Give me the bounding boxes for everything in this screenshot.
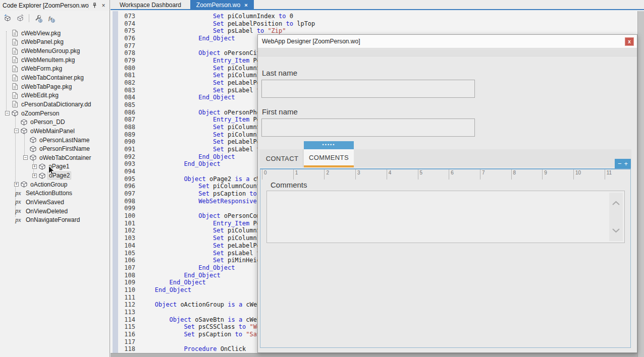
document-icon <box>11 74 19 81</box>
editor-horizontal-scrollbar[interactable] <box>111 353 637 357</box>
editor-vertical-scrollbar[interactable] <box>637 11 644 357</box>
tree-item-oActionGroup[interactable]: +oActionGroup <box>0 180 110 189</box>
chevron-up-icon[interactable] <box>612 199 620 208</box>
designer-close-button[interactable]: x <box>625 37 634 46</box>
designer-titlebar[interactable]: WebApp Designer [ZoomPerson.wo] x <box>258 35 637 48</box>
comments-label: Comments <box>271 181 307 189</box>
tree-indent <box>4 56 11 63</box>
line-number: 112 <box>111 301 135 309</box>
code-explorer-tree[interactable]: cWebView.pkgcWebPanel.pkgcWebMenuGroup.p… <box>0 26 110 357</box>
line-number: 080 <box>111 65 135 72</box>
designer-tab-strip: CONTACT COMMENTS <box>259 149 631 167</box>
tree-item-oWebTabContainer[interactable]: −oWebTabContainer <box>0 153 110 162</box>
tab-page-canvas[interactable]: 01234567891011 Comments <box>260 168 631 348</box>
procedure-px-icon: px <box>13 207 23 215</box>
tab-close-icon[interactable]: × <box>244 2 247 8</box>
tree-item-label: oWebTabContainer <box>38 154 92 161</box>
code-explorer-title: Code Explorer [ZoomPerson.wo] <box>3 2 89 9</box>
chevron-down-icon[interactable] <box>612 226 620 235</box>
code-text <box>135 338 140 346</box>
textarea-scrollbar[interactable] <box>609 193 623 241</box>
code-text: Set psCSSClass to "We <box>135 323 260 331</box>
tab-drag-handle[interactable]: ••••• <box>304 141 354 150</box>
tree-item-oPersonLastName[interactable]: oPersonLastName <box>0 136 110 145</box>
ruler-tick-number: 0 <box>264 170 267 175</box>
tree-item-oPerson_DD[interactable]: oPerson_DD <box>0 117 110 127</box>
expander-minus-icon[interactable]: − <box>23 155 28 160</box>
code-text: Procedure OnClick <box>135 345 246 353</box>
ruler-tick-line <box>355 169 356 180</box>
ruler-tick-line <box>605 169 605 180</box>
tree-item-cWebMenuGroup.pkg[interactable]: cWebMenuGroup.pkg <box>0 46 110 55</box>
line-number: 103 <box>111 234 135 242</box>
code-text: End_Object <box>135 286 191 294</box>
tree-item-label: cWebPanel.pkg <box>20 38 65 45</box>
tree-item-oZoomPerson[interactable]: −oZoomPerson <box>0 109 110 118</box>
web-property-tool-icon[interactable] <box>32 13 43 24</box>
firstname-input[interactable] <box>261 118 475 137</box>
add-column-button[interactable]: + <box>624 160 628 167</box>
tree-item-cWebForm.pkg[interactable]: cWebForm.pkg <box>0 65 110 74</box>
document-icon <box>11 30 19 37</box>
tree-item-cWebEdit.pkg[interactable]: cWebEdit.pkg <box>0 91 110 100</box>
tree-indent <box>4 101 11 107</box>
tree-item-cWebPanel.pkg[interactable]: cWebPanel.pkg <box>0 38 110 47</box>
object-cube-icon <box>20 118 28 126</box>
document-icon <box>11 83 19 90</box>
tree-item-oPersonFirstName[interactable]: oPersonFirstName <box>0 144 110 153</box>
line-number: 110 <box>111 286 135 294</box>
line-number: 105 <box>111 250 135 257</box>
toolbar-separator <box>29 14 29 22</box>
object-cube-icon <box>29 137 37 144</box>
tab-workspace-dashboard[interactable]: Workspace Dashboard <box>111 0 190 10</box>
tree-item-cWebTabPage.pkg[interactable]: cWebTabPage.pkg <box>0 82 110 91</box>
tab-zoomperson-wo[interactable]: ZoomPerson.wo × <box>190 0 254 10</box>
line-number: 083 <box>111 87 135 94</box>
expander-plus-icon[interactable]: + <box>32 164 37 169</box>
tree-item-cWebTabContainer.pkg[interactable]: cWebTabContainer.pkg <box>0 73 110 82</box>
sync-code-to-designer-icon[interactable] <box>2 13 13 24</box>
tree-item-oWebMainPanel[interactable]: −oWebMainPanel <box>0 127 110 136</box>
ruler-tick-line <box>262 169 262 180</box>
expander-minus-icon[interactable]: − <box>14 129 19 133</box>
line-number: 086 <box>111 109 135 116</box>
tree-item-cWebMenuItem.pkg[interactable]: cWebMenuItem.pkg <box>0 55 110 65</box>
tree-item-OnViewSaved[interactable]: pxOnViewSaved <box>0 198 110 207</box>
expander-plus-icon[interactable]: + <box>32 173 37 178</box>
expander-minus-icon[interactable]: − <box>5 111 10 115</box>
tree-item-cPersonDataDictionary.dd[interactable]: cPersonDataDictionary.dd <box>0 100 110 109</box>
close-icon[interactable]: × <box>100 2 107 9</box>
tree-item-label: cWebView.pkg <box>20 30 62 37</box>
lastname-input[interactable] <box>261 80 475 98</box>
pin-icon[interactable] <box>91 2 98 9</box>
code-text: Set piColumnI <box>135 234 260 242</box>
code-text <box>135 42 140 50</box>
tree-item-OnViewDeleted[interactable]: pxOnViewDeleted <box>0 207 110 216</box>
tree-item-OnNavigateForward[interactable]: pxOnNavigateForward <box>0 215 110 224</box>
tree-indent <box>4 66 11 72</box>
code-line: 074Set peLabelPosition to lpTop <box>111 20 637 28</box>
sync-designer-to-code-icon[interactable] <box>15 13 26 24</box>
remove-column-button[interactable]: − <box>618 160 622 167</box>
comments-textarea[interactable] <box>266 191 625 243</box>
code-text: Object oActionGroup is a cWeb <box>135 301 260 309</box>
ruler-tick-number: 3 <box>357 170 360 175</box>
code-text: Set piColumnS <box>135 227 260 234</box>
tree-item-label: oWebMainPanel <box>29 128 76 135</box>
tree-item-SetActionButtons[interactable]: pxSetActionButtons <box>0 189 110 198</box>
ruler-tick-line <box>542 169 543 180</box>
tab-contact[interactable]: CONTACT <box>261 149 303 167</box>
line-number: 074 <box>111 20 135 28</box>
web-function-tool-icon[interactable]: fx <box>45 13 56 24</box>
ruler-tick-line <box>387 169 387 180</box>
line-number: 081 <box>111 72 135 79</box>
code-text: Set piColumnI <box>135 131 260 139</box>
tab-comments[interactable]: COMMENTS <box>304 149 354 167</box>
line-number: 100 <box>111 212 135 220</box>
ruler-tick-number: 8 <box>513 170 516 175</box>
code-text: Set psCaption to "Sav <box>135 331 260 338</box>
line-number: 073 <box>111 13 135 20</box>
tree-item-cWebView.pkg[interactable]: cWebView.pkg <box>0 29 110 38</box>
column-count-control: − + <box>615 159 631 168</box>
expander-plus-icon[interactable]: + <box>14 182 19 187</box>
